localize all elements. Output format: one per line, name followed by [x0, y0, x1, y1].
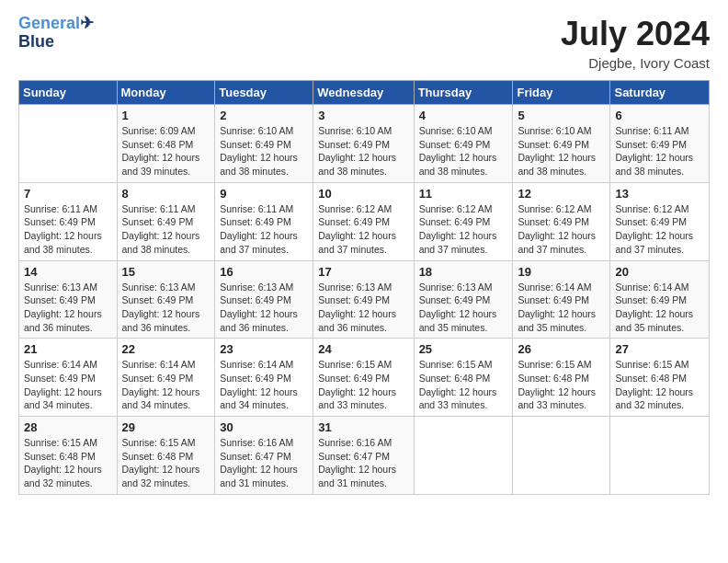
calendar-cell: 14Sunrise: 6:13 AM Sunset: 6:49 PM Dayli… — [19, 260, 118, 339]
calendar-cell — [610, 417, 710, 495]
day-number: 5 — [518, 109, 605, 122]
day-number: 7 — [24, 187, 112, 201]
logo: General✈ Blue — [18, 15, 94, 52]
day-number: 4 — [419, 109, 508, 122]
day-info: Sunrise: 6:14 AM Sunset: 6:49 PM Dayligh… — [24, 358, 112, 412]
day-number: 29 — [122, 420, 210, 434]
calendar-cell: 10Sunrise: 6:12 AM Sunset: 6:49 PM Dayli… — [313, 182, 414, 260]
day-info: Sunrise: 6:15 AM Sunset: 6:48 PM Dayligh… — [24, 436, 112, 490]
calendar-cell: 20Sunrise: 6:14 AM Sunset: 6:49 PM Dayli… — [610, 260, 710, 339]
day-info: Sunrise: 6:12 AM Sunset: 6:49 PM Dayligh… — [615, 202, 704, 257]
day-info: Sunrise: 6:13 AM Sunset: 6:49 PM Dayligh… — [419, 281, 508, 335]
day-info: Sunrise: 6:12 AM Sunset: 6:49 PM Dayligh… — [318, 202, 408, 257]
calendar-cell: 17Sunrise: 6:13 AM Sunset: 6:49 PM Dayli… — [313, 260, 414, 339]
calendar-cell: 26Sunrise: 6:15 AM Sunset: 6:48 PM Dayli… — [513, 339, 610, 417]
calendar-cell: 30Sunrise: 6:16 AM Sunset: 6:47 PM Dayli… — [215, 417, 313, 495]
calendar-cell: 22Sunrise: 6:14 AM Sunset: 6:49 PM Dayli… — [117, 339, 215, 417]
calendar-cell: 5Sunrise: 6:10 AM Sunset: 6:49 PM Daylig… — [513, 105, 610, 183]
day-info: Sunrise: 6:09 AM Sunset: 6:48 PM Dayligh… — [122, 124, 210, 178]
day-number: 27 — [615, 342, 704, 356]
calendar-cell: 13Sunrise: 6:12 AM Sunset: 6:49 PM Dayli… — [610, 182, 710, 260]
header-thursday: Thursday — [414, 81, 513, 105]
day-info: Sunrise: 6:13 AM Sunset: 6:49 PM Dayligh… — [24, 281, 112, 335]
day-info: Sunrise: 6:15 AM Sunset: 6:48 PM Dayligh… — [518, 358, 605, 412]
calendar-cell: 28Sunrise: 6:15 AM Sunset: 6:48 PM Dayli… — [19, 417, 118, 495]
day-info: Sunrise: 6:15 AM Sunset: 6:49 PM Dayligh… — [318, 358, 408, 412]
day-number: 6 — [615, 109, 704, 122]
calendar-cell: 11Sunrise: 6:12 AM Sunset: 6:49 PM Dayli… — [414, 182, 513, 260]
day-info: Sunrise: 6:16 AM Sunset: 6:47 PM Dayligh… — [318, 436, 408, 490]
day-info: Sunrise: 6:12 AM Sunset: 6:49 PM Dayligh… — [419, 202, 508, 257]
day-info: Sunrise: 6:11 AM Sunset: 6:49 PM Dayligh… — [24, 202, 112, 257]
calendar-cell: 4Sunrise: 6:10 AM Sunset: 6:49 PM Daylig… — [414, 105, 513, 183]
day-number: 21 — [24, 342, 112, 356]
day-info: Sunrise: 6:14 AM Sunset: 6:49 PM Dayligh… — [220, 358, 308, 412]
calendar-week-row: 1Sunrise: 6:09 AM Sunset: 6:48 PM Daylig… — [19, 105, 710, 183]
day-info: Sunrise: 6:10 AM Sunset: 6:49 PM Dayligh… — [518, 124, 605, 178]
logo-line2: Blue — [18, 32, 54, 51]
day-number: 17 — [318, 265, 408, 279]
day-number: 14 — [24, 265, 112, 279]
calendar-cell: 6Sunrise: 6:11 AM Sunset: 6:49 PM Daylig… — [610, 105, 710, 183]
day-info: Sunrise: 6:13 AM Sunset: 6:49 PM Dayligh… — [318, 281, 408, 335]
day-number: 12 — [518, 187, 605, 201]
day-number: 15 — [122, 265, 210, 279]
day-number: 28 — [24, 420, 112, 434]
logo-text: General✈ — [18, 14, 94, 32]
day-info: Sunrise: 6:15 AM Sunset: 6:48 PM Dayligh… — [419, 358, 508, 412]
calendar-week-row: 14Sunrise: 6:13 AM Sunset: 6:49 PM Dayli… — [19, 260, 710, 339]
weekday-header-row: Sunday Monday Tuesday Wednesday Thursday… — [19, 81, 710, 105]
calendar-cell: 21Sunrise: 6:14 AM Sunset: 6:49 PM Dayli… — [19, 339, 118, 417]
day-info: Sunrise: 6:14 AM Sunset: 6:49 PM Dayligh… — [122, 358, 210, 412]
day-info: Sunrise: 6:14 AM Sunset: 6:49 PM Dayligh… — [615, 281, 704, 335]
calendar-week-row: 21Sunrise: 6:14 AM Sunset: 6:49 PM Dayli… — [19, 339, 710, 417]
calendar-cell: 27Sunrise: 6:15 AM Sunset: 6:48 PM Dayli… — [610, 339, 710, 417]
calendar-cell: 24Sunrise: 6:15 AM Sunset: 6:49 PM Dayli… — [313, 339, 414, 417]
day-number: 20 — [615, 265, 704, 279]
calendar-cell — [414, 417, 513, 495]
header-friday: Friday — [513, 81, 610, 105]
title-block: July 2024 Djegbe, Ivory Coast — [561, 15, 710, 71]
calendar-cell: 15Sunrise: 6:13 AM Sunset: 6:49 PM Dayli… — [117, 260, 215, 339]
calendar-cell: 19Sunrise: 6:14 AM Sunset: 6:49 PM Dayli… — [513, 260, 610, 339]
calendar-table: Sunday Monday Tuesday Wednesday Thursday… — [18, 80, 710, 495]
calendar-week-row: 28Sunrise: 6:15 AM Sunset: 6:48 PM Dayli… — [19, 417, 710, 495]
day-number: 9 — [220, 187, 308, 201]
calendar-cell: 16Sunrise: 6:13 AM Sunset: 6:49 PM Dayli… — [215, 260, 313, 339]
day-info: Sunrise: 6:11 AM Sunset: 6:49 PM Dayligh… — [122, 202, 210, 257]
day-info: Sunrise: 6:10 AM Sunset: 6:49 PM Dayligh… — [220, 124, 308, 178]
day-info: Sunrise: 6:11 AM Sunset: 6:49 PM Dayligh… — [220, 202, 308, 257]
day-number: 18 — [419, 265, 508, 279]
calendar-cell: 23Sunrise: 6:14 AM Sunset: 6:49 PM Dayli… — [215, 339, 313, 417]
calendar-cell: 3Sunrise: 6:10 AM Sunset: 6:49 PM Daylig… — [313, 105, 414, 183]
day-info: Sunrise: 6:16 AM Sunset: 6:47 PM Dayligh… — [220, 436, 308, 490]
calendar-cell: 31Sunrise: 6:16 AM Sunset: 6:47 PM Dayli… — [313, 417, 414, 495]
day-info: Sunrise: 6:10 AM Sunset: 6:49 PM Dayligh… — [318, 124, 408, 178]
day-number: 2 — [220, 109, 308, 122]
day-number: 8 — [122, 187, 210, 201]
day-number: 13 — [615, 187, 704, 201]
calendar-cell — [19, 105, 118, 183]
calendar-cell: 25Sunrise: 6:15 AM Sunset: 6:48 PM Dayli… — [414, 339, 513, 417]
location: Djegbe, Ivory Coast — [561, 55, 710, 71]
day-info: Sunrise: 6:14 AM Sunset: 6:49 PM Dayligh… — [518, 281, 605, 335]
calendar-cell: 8Sunrise: 6:11 AM Sunset: 6:49 PM Daylig… — [117, 182, 215, 260]
day-info: Sunrise: 6:13 AM Sunset: 6:49 PM Dayligh… — [220, 281, 308, 335]
header-saturday: Saturday — [610, 81, 710, 105]
calendar-cell: 12Sunrise: 6:12 AM Sunset: 6:49 PM Dayli… — [513, 182, 610, 260]
calendar-cell: 9Sunrise: 6:11 AM Sunset: 6:49 PM Daylig… — [215, 182, 313, 260]
calendar-week-row: 7Sunrise: 6:11 AM Sunset: 6:49 PM Daylig… — [19, 182, 710, 260]
calendar-cell: 29Sunrise: 6:15 AM Sunset: 6:48 PM Dayli… — [117, 417, 215, 495]
day-number: 23 — [220, 342, 308, 356]
day-number: 31 — [318, 420, 408, 434]
day-number: 25 — [419, 342, 508, 356]
header-tuesday: Tuesday — [215, 81, 313, 105]
day-number: 26 — [518, 342, 605, 356]
day-number: 30 — [220, 420, 308, 434]
calendar-cell: 7Sunrise: 6:11 AM Sunset: 6:49 PM Daylig… — [19, 182, 118, 260]
day-number: 10 — [318, 187, 408, 201]
day-number: 19 — [518, 265, 605, 279]
calendar-cell — [513, 417, 610, 495]
day-number: 1 — [122, 109, 210, 122]
calendar-cell: 2Sunrise: 6:10 AM Sunset: 6:49 PM Daylig… — [215, 105, 313, 183]
